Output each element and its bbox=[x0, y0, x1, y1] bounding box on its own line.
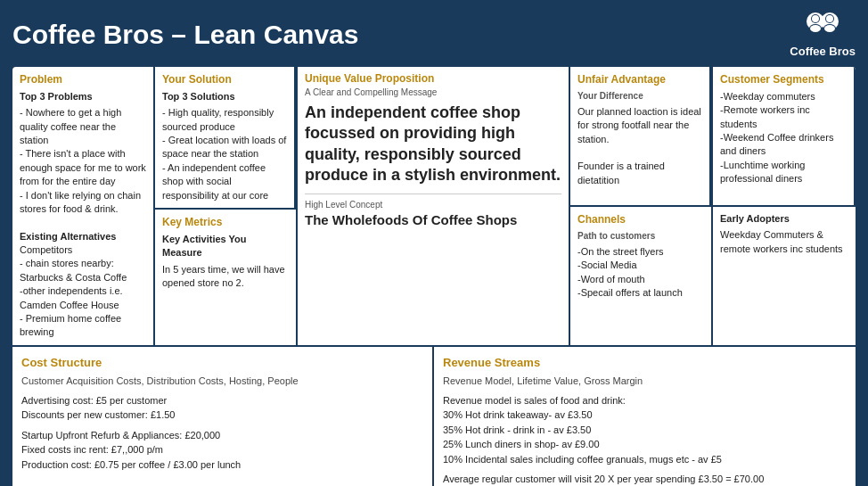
revenue-title: Revenue Streams bbox=[443, 354, 847, 372]
cost-line-3: Startup Upfront Refurb & Appliances: £20… bbox=[21, 428, 423, 443]
metrics-subtitle: Key Activities You Measure bbox=[162, 233, 289, 260]
cost-title: Cost Structure bbox=[21, 354, 423, 372]
channels-subtitle: Path to customers bbox=[577, 230, 704, 243]
metrics-body: In 5 years time, we will have opened sto… bbox=[162, 263, 289, 291]
early-adopters-label: Early Adopters bbox=[720, 212, 848, 226]
solution-item-0: - High quality, responsibly sourced prod… bbox=[162, 106, 287, 134]
rev-line-2: 35% Hot drink - drink in - av £3.50 bbox=[443, 423, 847, 438]
coffee-bros-icon bbox=[799, 11, 846, 45]
uvp-concept-area: High Level Concept The Wholefoods Of Cof… bbox=[305, 194, 561, 227]
unfair-subtitle: Your Difference bbox=[577, 90, 702, 103]
segments-top-cell: Customer Segments -Weekday commuters -Re… bbox=[713, 67, 856, 207]
unfair-title: Unfair Advantage bbox=[577, 72, 702, 87]
channels-item-2: -Word of mouth bbox=[577, 273, 704, 286]
solution-item-1: - Great location with loads of space nea… bbox=[162, 134, 287, 161]
segments-col: Customer Segments -Weekday commuters -Re… bbox=[713, 67, 856, 345]
cost-cell: Cost Structure Customer Acquisition Cost… bbox=[12, 347, 434, 486]
unfair-extra: Founder is a trained dietatition bbox=[577, 160, 702, 187]
bottom-section: Cost Structure Customer Acquisition Cost… bbox=[12, 347, 856, 486]
uvp-concept-label: High Level Concept bbox=[305, 200, 561, 210]
solution-subtitle: Top 3 Solutions bbox=[162, 90, 287, 103]
rev-line-0: Revenue model is sales of food and drink… bbox=[443, 393, 847, 408]
uvp-subtitle: A Clear and Compelling Message bbox=[305, 87, 561, 97]
cost-line-1: Discounts per new customer: £1.50 bbox=[21, 408, 423, 423]
top-section: Problem Top 3 Problems - Nowhere to get … bbox=[12, 67, 856, 347]
unfair-body: Our planned loaction is ideal for strong… bbox=[577, 105, 702, 146]
alt-0: Competitors bbox=[20, 243, 146, 257]
unfair-cell: Unfair Advantage Your Difference Our pla… bbox=[570, 67, 711, 207]
logo-area: Coffee Bros bbox=[790, 11, 856, 58]
svg-point-9 bbox=[824, 25, 835, 32]
logo-label: Coffee Bros bbox=[790, 45, 856, 58]
channels-item-1: -Social Media bbox=[577, 259, 704, 272]
problem-item-1: - Nowhere to get a high quality coffee n… bbox=[20, 106, 146, 147]
alt-3: - Premium home coffee brewing bbox=[20, 312, 146, 340]
rev-line-1: 30% Hot drink takeaway- av £3.50 bbox=[443, 408, 847, 423]
revenue-subtitle: Revenue Model, Lifetime Value, Gross Mar… bbox=[443, 374, 847, 389]
header: Coffee Bros – Lean Canvas Coffee Bros bbox=[12, 11, 856, 58]
problem-subtitle: Top 3 Problems bbox=[20, 90, 146, 103]
solution-metrics-col: Your Solution Top 3 Solutions - High qua… bbox=[155, 67, 298, 345]
channels-cell: Channels Path to customers -On the stree… bbox=[570, 207, 711, 345]
seg-2: -Weekend Coffee drinkers and diners bbox=[720, 131, 847, 159]
uvp-cell: Unique Value Proposition A Clear and Com… bbox=[298, 67, 570, 345]
rev-line-4: 10% Incidental sales including coffee gr… bbox=[443, 452, 847, 467]
seg-bottom-1: remote workers inc students bbox=[720, 243, 848, 256]
rev-line-6: Average regular customer will visit 20 X… bbox=[443, 472, 847, 486]
alt-1: - chain stores nearby: Starbucks & Costa… bbox=[20, 257, 146, 284]
segments-title: Customer Segments bbox=[720, 72, 847, 87]
page-title: Coffee Bros – Lean Canvas bbox=[12, 20, 358, 50]
cost-line-5: Production cost: £0.75 per coffee / £3.0… bbox=[21, 457, 423, 473]
cost-line-4: Fixed costs inc rent: £7,,000 p/m bbox=[21, 442, 423, 457]
solution-title: Your Solution bbox=[162, 72, 287, 87]
alt-2: -other independents i.e. Camden Coffee H… bbox=[20, 284, 146, 312]
solution-item-2: - An independent coffee shop with social… bbox=[162, 161, 287, 202]
alternatives-title: Existing Alternatives bbox=[20, 230, 146, 243]
uvp-title: Unique Value Proposition bbox=[305, 72, 561, 85]
cost-subtitle: Customer Acquisition Costs, Distribution… bbox=[21, 374, 423, 389]
revenue-cell: Revenue Streams Revenue Model, Lifetime … bbox=[434, 347, 856, 486]
seg-bottom-0: Weekday Commuters & bbox=[720, 228, 848, 242]
svg-point-7 bbox=[826, 15, 833, 22]
uvp-concept-text: The Wholefoods Of Coffee Shops bbox=[305, 212, 561, 227]
unfair-channels-col: Unfair Advantage Your Difference Our pla… bbox=[570, 67, 713, 345]
problem-title: Problem bbox=[20, 72, 146, 87]
channels-item-0: -On the street flyers bbox=[577, 245, 704, 259]
seg-3: -Lunchtime working professional diners bbox=[720, 159, 847, 186]
page: Coffee Bros – Lean Canvas Coffee Bros bbox=[0, 0, 868, 486]
channels-title: Channels bbox=[577, 212, 704, 227]
channels-item-3: -Specail offers at launch bbox=[577, 286, 704, 300]
cost-line-0: Advertising cost: £5 per customer bbox=[21, 393, 423, 408]
metrics-title: Key Metrics bbox=[162, 215, 289, 230]
canvas-body: Problem Top 3 Problems - Nowhere to get … bbox=[12, 67, 856, 486]
problem-item-3: - I don't like relying on chain stores f… bbox=[20, 189, 146, 217]
problem-cell: Problem Top 3 Problems - Nowhere to get … bbox=[12, 67, 155, 345]
segments-bottom-cell: Early Adopters Weekday Commuters & remot… bbox=[713, 207, 856, 345]
seg-0: -Weekday commuters bbox=[720, 90, 847, 103]
seg-1: -Remote workers inc students bbox=[720, 103, 847, 131]
svg-point-6 bbox=[812, 15, 819, 22]
svg-point-8 bbox=[810, 25, 821, 32]
uvp-big-text: An independent coffee shop focussed on p… bbox=[305, 103, 561, 186]
solution-cell: Your Solution Top 3 Solutions - High qua… bbox=[155, 67, 296, 210]
problem-item-2: - There isn't a place with enough space … bbox=[20, 147, 146, 188]
rev-line-3: 25% Lunch diners in shop- av £9.00 bbox=[443, 437, 847, 452]
key-metrics-cell: Key Metrics Key Activities You Measure I… bbox=[155, 210, 296, 345]
